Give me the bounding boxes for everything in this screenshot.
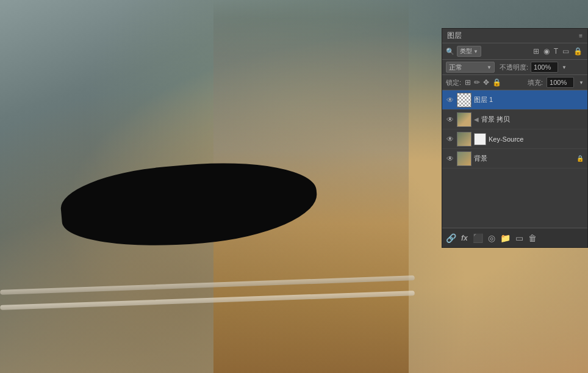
- new-group-button[interactable]: 📁: [500, 233, 511, 243]
- opacity-dropdown-arrow: ▼: [562, 65, 567, 70]
- panel-menu-icon[interactable]: ≡: [579, 32, 583, 39]
- lock-fill-row: 锁定: ⊞ ✏ ✥ 🔒 填充: 100% ▼: [442, 75, 587, 90]
- panel-footer: 🔗 fx ⬛ ◎ 📁 ▭ 🗑: [442, 228, 587, 247]
- delete-layer-button[interactable]: 🗑: [528, 233, 537, 243]
- filter-icons: ⊞ ◉ T ▭ 🔒: [532, 46, 584, 56]
- link-layers-button[interactable]: 🔗: [446, 233, 456, 243]
- search-bar: 🔍 类型 ▼ ⊞ ◉ T ▭ 🔒: [442, 43, 587, 60]
- layer-item[interactable]: 👁 Key-Source: [442, 129, 587, 149]
- layer-name: 背景 拷贝: [481, 115, 584, 124]
- layer-visibility-toggle[interactable]: 👁: [446, 154, 454, 163]
- fill-input[interactable]: 100%: [547, 77, 574, 88]
- lock-all-btn[interactable]: 🔒: [492, 78, 501, 87]
- add-adjustment-button[interactable]: ⬛: [473, 233, 483, 243]
- new-layer-button[interactable]: ▭: [515, 233, 523, 243]
- add-mask-button[interactable]: ◎: [488, 233, 495, 243]
- blend-opacity-row: 正常 ▼ 不透明度: 100% ▼: [442, 60, 587, 75]
- lock-position-btn[interactable]: ✥: [483, 78, 489, 87]
- opacity-input[interactable]: 100%: [531, 62, 558, 73]
- fill-label: 填充:: [528, 78, 543, 87]
- layer-item[interactable]: 👁 ◀ 背景 拷贝: [442, 110, 587, 129]
- panel-title: 图层: [447, 31, 462, 41]
- layer-thumbnail: [457, 112, 471, 127]
- blend-dropdown-arrow: ▼: [487, 65, 492, 70]
- layer-lock-icon: 🔒: [576, 155, 584, 162]
- filter-lock-icon[interactable]: 🔒: [572, 46, 584, 56]
- layer-mask-thumbnail: [474, 133, 486, 145]
- layer-visibility-toggle[interactable]: 👁: [446, 135, 454, 143]
- search-icon: 🔍: [446, 48, 454, 56]
- opacity-label: 不透明度:: [500, 63, 528, 72]
- lock-label: 锁定:: [446, 78, 461, 87]
- fill-dropdown-arrow: ▼: [579, 80, 584, 85]
- dropdown-arrow: ▼: [473, 49, 478, 54]
- layer-name: 图层 1: [474, 95, 584, 104]
- blend-mode-dropdown[interactable]: 正常 ▼: [446, 62, 495, 73]
- layer-name: 背景: [474, 154, 574, 163]
- lock-icons-group: ⊞ ✏ ✥ 🔒: [465, 78, 501, 87]
- layers-panel: 图层 ≡ 🔍 类型 ▼ ⊞ ◉ T ▭ 🔒 正常 ▼ 不透明度: 100% ▼: [442, 28, 588, 248]
- layer-item[interactable]: 👁 图层 1: [442, 90, 587, 110]
- layer-visibility-toggle[interactable]: 👁: [446, 115, 454, 124]
- layer-thumbnail: [457, 151, 471, 166]
- filter-pixel-icon[interactable]: ⊞: [532, 46, 540, 56]
- layer-thumbnail: [457, 132, 471, 147]
- filter-type-dropdown[interactable]: 类型 ▼: [457, 46, 481, 57]
- layer-item[interactable]: 👁 背景 🔒: [442, 149, 587, 168]
- layer-fx-button[interactable]: fx: [461, 234, 468, 242]
- filter-text-icon[interactable]: T: [553, 46, 559, 56]
- panel-controls: ≡: [579, 32, 583, 39]
- filter-adjustment-icon[interactable]: ◉: [542, 46, 551, 56]
- layer-thumbnail: [457, 93, 471, 107]
- layer-chain-icon: ◀: [474, 116, 479, 123]
- layer-visibility-toggle[interactable]: 👁: [446, 96, 454, 104]
- panel-header: 图层 ≡: [442, 29, 587, 43]
- lock-image-btn[interactable]: ✏: [474, 78, 480, 87]
- layer-name: Key-Source: [489, 136, 584, 143]
- lock-transparent-btn[interactable]: ⊞: [465, 78, 471, 87]
- filter-shape-icon[interactable]: ▭: [561, 46, 570, 56]
- layers-list: 👁 图层 1 👁 ◀ 背景 拷贝 👁 Key-Source �: [442, 90, 587, 228]
